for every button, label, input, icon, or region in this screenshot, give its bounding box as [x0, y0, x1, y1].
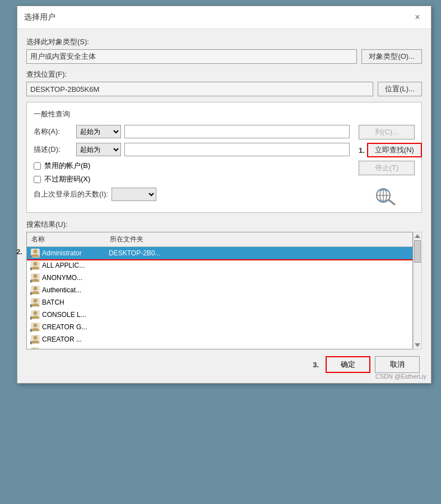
- stop-button[interactable]: 停止(T): [359, 161, 415, 175]
- query-right: 列(C)... 1. 立即查找(N) 停止(T): [359, 125, 415, 206]
- table-row[interactable]: ▸ DefaultAcco... DESKTOP-2B0...: [27, 346, 412, 349]
- table-row[interactable]: CREATOR ...: [27, 333, 412, 346]
- svg-point-14: [34, 274, 38, 278]
- scroll-track: [414, 238, 421, 343]
- no-expire-pwd-checkbox[interactable]: [34, 176, 41, 183]
- scroll-up-arrow[interactable]: [415, 234, 420, 238]
- results-table-header: 名称 所在文件夹: [27, 232, 412, 247]
- query-fields: 名称(A): 起始为 描述(D): 起始为: [34, 125, 415, 206]
- disabled-accounts-checkbox[interactable]: [34, 162, 41, 170]
- no-expire-pwd-label: 不过期密码(X): [44, 174, 90, 184]
- query-title: 一般性查询: [34, 109, 415, 119]
- svg-rect-37: [31, 347, 40, 349]
- table-row[interactable]: BATCH: [27, 296, 412, 309]
- name-label: 名称(A):: [34, 127, 73, 137]
- step2-label: 2.: [16, 248, 22, 256]
- column-button[interactable]: 列(C)...: [359, 125, 415, 139]
- object-type-button[interactable]: 对象类型(O)...: [361, 49, 422, 64]
- title-bar: 选择用户 ×: [17, 6, 431, 29]
- select-user-dialog: 选择用户 × 选择此对象类型(S): 对象类型(O)... 查找位置(F): 位…: [17, 6, 431, 384]
- dialog-body: 选择此对象类型(S): 对象类型(O)... 查找位置(F): 位置(L)...…: [17, 29, 431, 383]
- table-row[interactable]: Authenticat...: [27, 284, 412, 296]
- user-icon: [30, 334, 40, 344]
- ok-button[interactable]: 确定: [326, 356, 370, 373]
- header-name: 名称: [29, 234, 108, 245]
- bottom-buttons-row: 3. 确定 取消: [26, 354, 422, 375]
- desc-field-row: 描述(D): 起始为: [34, 143, 350, 156]
- user-icon: [30, 273, 40, 283]
- object-type-input[interactable]: [26, 49, 357, 64]
- scroll-down-arrow[interactable]: [415, 343, 420, 347]
- magnifier-icon: [373, 183, 400, 206]
- query-left: 名称(A): 起始为 描述(D): 起始为: [34, 125, 350, 206]
- table-row[interactable]: Administrator DESKTOP-2B0...: [27, 247, 412, 259]
- no-expire-pwd-row: 不过期密码(X): [34, 174, 350, 184]
- disabled-accounts-row: 禁用的帐户(B): [34, 161, 350, 171]
- results-area: 2. 名称 所在文件夹: [26, 232, 422, 349]
- object-type-row: 选择此对象类型(S): 对象类型(O)...: [26, 37, 422, 64]
- results-label-row: 搜索结果(U):: [26, 220, 422, 230]
- user-icon: [30, 297, 40, 307]
- watermark: CSDN @EstherLiy: [375, 373, 426, 380]
- svg-point-18: [34, 287, 38, 291]
- table-row[interactable]: ALL APPLIC...: [27, 259, 412, 272]
- svg-point-26: [34, 311, 38, 315]
- scrollbar[interactable]: [413, 232, 422, 349]
- svg-line-4: [389, 200, 394, 204]
- scroll-thumb[interactable]: [414, 240, 421, 263]
- name-input[interactable]: [124, 125, 350, 138]
- dialog-title: 选择用户: [24, 12, 55, 22]
- close-button[interactable]: ×: [411, 11, 424, 24]
- user-icon: ▸: [30, 347, 40, 349]
- disabled-accounts-label: 禁用的帐户(B): [44, 161, 90, 171]
- days-row: 自上次登录后的天数(I):: [34, 188, 350, 201]
- user-icon: [30, 310, 40, 320]
- results-with-step: 2. 名称 所在文件夹: [26, 232, 422, 349]
- location-input[interactable]: [26, 82, 373, 96]
- user-icon: [30, 285, 40, 295]
- search-btn-row: 1. 立即查找(N): [359, 143, 415, 157]
- table-row[interactable]: ANONYMO...: [27, 272, 412, 284]
- location-button[interactable]: 位置(L)...: [378, 82, 422, 96]
- table-row[interactable]: CONSOLE L...: [27, 309, 412, 321]
- days-select[interactable]: [112, 188, 156, 201]
- location-inline: 位置(L)...: [26, 82, 422, 96]
- search-button[interactable]: 立即查找(N): [367, 143, 422, 157]
- query-section: 一般性查询 名称(A): 起始为 描述(D): 起: [26, 102, 422, 213]
- search-icon-area: [359, 183, 415, 206]
- svg-point-34: [34, 336, 38, 340]
- name-field-row: 名称(A): 起始为: [34, 125, 350, 138]
- user-icon: [30, 260, 40, 270]
- object-type-label: 选择此对象类型(S):: [26, 37, 422, 47]
- desc-select[interactable]: 起始为: [76, 143, 121, 156]
- user-icon: [30, 248, 40, 258]
- step3-label: 3.: [313, 361, 319, 369]
- user-icon: [30, 322, 40, 332]
- step1-label: 1.: [359, 146, 365, 155]
- svg-point-6: [34, 250, 38, 254]
- object-type-inline: 对象类型(O)...: [26, 49, 422, 64]
- svg-point-30: [34, 324, 38, 328]
- location-row: 查找位置(F): 位置(L)...: [26, 69, 422, 96]
- header-folder: 所在文件夹: [108, 234, 146, 245]
- desc-input[interactable]: [124, 143, 350, 156]
- table-row[interactable]: CREATOR G...: [27, 321, 412, 333]
- desc-label: 描述(D):: [34, 144, 73, 155]
- svg-point-10: [34, 262, 38, 266]
- results-table-container[interactable]: 名称 所在文件夹 Admi: [26, 232, 413, 349]
- cancel-button[interactable]: 取消: [375, 356, 420, 373]
- location-label: 查找位置(F):: [26, 69, 422, 80]
- svg-point-22: [34, 299, 38, 303]
- results-label: 搜索结果(U):: [26, 220, 68, 228]
- days-label: 自上次登录后的天数(I):: [34, 189, 108, 199]
- name-select[interactable]: 起始为: [76, 125, 121, 138]
